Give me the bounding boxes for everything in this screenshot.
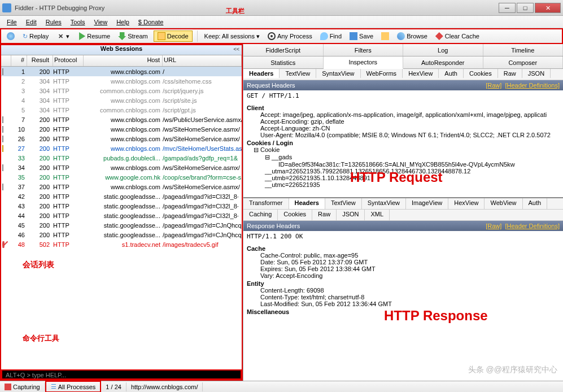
subtab-raw[interactable]: Raw xyxy=(498,69,522,78)
subtab-raw[interactable]: Raw xyxy=(312,210,337,220)
menu-donate[interactable]: $ Donate xyxy=(135,18,167,27)
session-row[interactable]: 2304HTTPwww.cnblogs.com/css/sitehome.css xyxy=(1,76,242,86)
menu-file[interactable]: File xyxy=(3,18,20,27)
subtab-hexview[interactable]: HexView xyxy=(448,198,485,209)
subtab-auth[interactable]: Auth xyxy=(523,198,548,209)
session-row[interactable]: 35200HTTPwww.google.com.hk/coop/cse/bran… xyxy=(1,172,242,182)
tab-log[interactable]: Log xyxy=(403,44,483,56)
decode-button[interactable]: Decode xyxy=(154,31,193,42)
session-row[interactable]: 1200HTTPwww.cnblogs.com/ xyxy=(1,67,242,76)
tab-statistics[interactable]: Statistics xyxy=(243,56,324,68)
session-row[interactable]: 5304HTTPcommon.cnblogs.com/script/gpt.js xyxy=(1,105,242,115)
subtab-webview[interactable]: WebView xyxy=(485,198,522,209)
browse-button[interactable]: Browse xyxy=(395,31,430,41)
session-row[interactable]: 43200HTTPstatic.googleadsse.../pagead/im… xyxy=(1,201,242,211)
resume-button[interactable]: Resume xyxy=(75,31,112,41)
response-headers-tree[interactable]: Cache Cache-Control: public, max-age=95 … xyxy=(243,242,563,317)
subtab-textview[interactable]: TextView xyxy=(280,69,316,78)
top-tabs: FiddlerScript Filters Log Timeline xyxy=(243,44,563,56)
tab-autoresponder[interactable]: AutoResponder xyxy=(403,56,483,68)
request-headers-tree[interactable]: Client Accept: image/jpeg, application/x… xyxy=(243,101,563,197)
find-button[interactable]: Find xyxy=(318,31,344,41)
session-row[interactable]: 26200HTTPwww.cnblogs.com/ws/SiteHomeServ… xyxy=(1,134,242,143)
sessions-panel: Web Sessions<< # Result Protocol Host UR… xyxy=(0,44,243,381)
subtab-headers[interactable]: Headers xyxy=(289,198,325,209)
col-protocol[interactable]: Protocol xyxy=(53,55,84,66)
subtab-syntaxview[interactable]: SyntaxView xyxy=(316,69,360,78)
subtab-xml[interactable]: XML xyxy=(365,210,390,220)
menu-tools[interactable]: Tools xyxy=(67,18,89,27)
filter-icon: ☰ xyxy=(51,383,56,390)
header-definitions-link[interactable]: [Header Definitions] xyxy=(505,82,560,89)
session-row[interactable]: 3304HTTPcommon.cnblogs.com/script/jquery… xyxy=(1,86,242,95)
subtab-headers[interactable]: Headers xyxy=(243,69,280,78)
session-row[interactable]: 7200HTTPwww.cnblogs.com/ws/PublicUserSer… xyxy=(1,115,242,124)
stream-button[interactable]: Stream xyxy=(116,31,150,41)
subtab-textview[interactable]: TextView xyxy=(325,198,362,209)
subtab-cookies[interactable]: Cookies xyxy=(464,69,498,78)
comment-button[interactable] xyxy=(5,31,17,41)
subtab-auth[interactable]: Auth xyxy=(439,69,464,78)
session-row[interactable]: 4304HTTPwww.cnblogs.com/script/site.js xyxy=(1,95,242,105)
menu-rules[interactable]: Rules xyxy=(42,18,65,27)
session-row[interactable]: 27200HTTPwww.cnblogs.com/mvc/SiteHome/Us… xyxy=(1,143,242,153)
save-button[interactable]: Save xyxy=(347,31,376,41)
status-capturing[interactable]: Capturing xyxy=(0,382,45,391)
col-url[interactable]: URL xyxy=(163,55,242,66)
status-count: 1 / 24 xyxy=(101,382,126,391)
subtab-syntaxview[interactable]: SyntaxView xyxy=(362,198,406,209)
menubar: File Edit Rules Tools View Help $ Donate xyxy=(0,16,563,28)
session-row[interactable]: 42200HTTPstatic.googleadsse.../pagead/im… xyxy=(1,191,242,201)
tab-inspectors[interactable]: Inspectors xyxy=(324,56,404,69)
subtab-transformer[interactable]: Transformer xyxy=(243,198,289,209)
doc-icon xyxy=(2,126,3,133)
decode-icon xyxy=(158,32,165,40)
session-row[interactable]: 34200HTTPwww.cnblogs.com/ws/SiteHomeServ… xyxy=(1,163,242,172)
col-number[interactable]: # xyxy=(11,55,27,66)
tab-fiddlerscript[interactable]: FiddlerScript xyxy=(243,44,324,56)
session-row[interactable]: 46200HTTPstatic.googleadsse.../pagead/im… xyxy=(1,230,242,239)
tab-timeline[interactable]: Timeline xyxy=(483,44,564,56)
screenshot-button[interactable] xyxy=(379,31,391,41)
any-process-button[interactable]: Any Process xyxy=(265,31,315,41)
subtab-cookies[interactable]: Cookies xyxy=(278,210,312,220)
session-row[interactable]: 45200HTTPstatic.googleadsse.../pagead/im… xyxy=(1,220,242,230)
command-line[interactable]: ALT+Q > type HELP... xyxy=(1,369,242,380)
remove-button[interactable]: ✕▾ xyxy=(54,31,72,41)
col-result[interactable]: Result xyxy=(27,55,53,66)
session-row[interactable]: 37200HTTPwww.cnblogs.com/ws/SiteHomeServ… xyxy=(1,182,242,191)
maximize-button[interactable]: □ xyxy=(517,3,534,13)
session-row[interactable]: 48502HTTPs1.tradecv.net/images/tradecv5.… xyxy=(1,239,242,249)
keep-sessions-dropdown[interactable]: Keep: All sessions ▾ xyxy=(202,32,262,41)
header-definitions-link[interactable]: [Header Definitions] xyxy=(505,223,560,229)
menu-help[interactable]: Help xyxy=(113,18,133,27)
menu-edit[interactable]: Edit xyxy=(23,18,40,27)
block-icon xyxy=(2,241,5,248)
play-icon xyxy=(77,32,85,40)
replay-button[interactable]: ↻Replay xyxy=(20,32,51,41)
session-row[interactable]: 33200HTTPpubads.g.doublecli.../gampad/ad… xyxy=(1,153,242,163)
tab-filters[interactable]: Filters xyxy=(324,44,404,56)
subtab-json[interactable]: JSON xyxy=(522,69,551,78)
subtab-caching[interactable]: Caching xyxy=(243,210,278,220)
subtab-imageview[interactable]: ImageView xyxy=(406,198,448,209)
subtab-json[interactable]: JSON xyxy=(337,210,365,220)
subtab-hexview[interactable]: HexView xyxy=(403,69,439,78)
subtab-webforms[interactable]: WebForms xyxy=(361,69,403,78)
raw-link[interactable]: [Raw] xyxy=(486,82,501,89)
raw-link[interactable]: [Raw] xyxy=(486,223,501,229)
doc-icon xyxy=(2,116,3,123)
response-subtabs-1: TransformerHeadersTextViewSyntaxViewImag… xyxy=(243,198,563,210)
col-host[interactable]: Host xyxy=(84,55,163,66)
minimize-button[interactable]: ─ xyxy=(499,3,516,13)
close-button[interactable]: ✕ xyxy=(535,3,561,13)
panel-collapse-icon[interactable]: << xyxy=(233,46,239,52)
menu-view[interactable]: View xyxy=(91,18,111,27)
sessions-list[interactable]: 1200HTTPwww.cnblogs.com/2304HTTPwww.cnbl… xyxy=(1,67,242,369)
session-row[interactable]: 44200HTTPstatic.googleadsse.../pagead/im… xyxy=(1,211,242,220)
clear-cache-button[interactable]: Clear Cache xyxy=(433,31,482,41)
tab-composer[interactable]: Composer xyxy=(483,56,564,68)
browse-icon xyxy=(397,32,405,40)
status-processes[interactable]: ☰All Processes xyxy=(45,381,102,392)
session-row[interactable]: 10200HTTPwww.cnblogs.com/ws/SiteHomeServ… xyxy=(1,124,242,134)
